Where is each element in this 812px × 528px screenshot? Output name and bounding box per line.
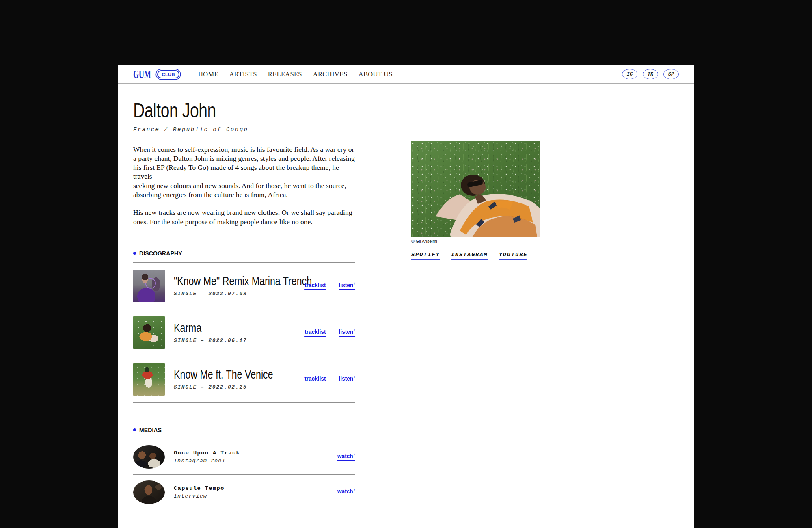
release-title: Know Me ft. The Venice [174,368,273,381]
listen-label: listen [339,328,353,335]
watch-link[interactable]: watch♪ [337,488,355,496]
nav-item-about-us[interactable]: ABOUT US [358,70,393,78]
logo-club-badge: CLUB [157,70,179,78]
music-note-icon: ♪ [354,452,355,457]
artist-social-links: SPOTIFY INSTAGRAM YOUTUBE [411,252,540,260]
watch-link[interactable]: watch♪ [337,452,355,461]
nav-item-archives[interactable]: ARCHIVES [313,70,348,78]
media-thumbnail-once-upon-a-track[interactable] [133,445,165,469]
medias-section: MEDIAS Once Upon A Track Instagram reel … [133,426,355,510]
artist-origin: France / Republic of Congo [133,126,355,133]
photo-credit: © Gil Anselmi [411,239,437,244]
media-title: Once Upon A Track [174,450,240,456]
nav-item-artists[interactable]: ARTISTS [229,70,257,78]
page-container: GUM CLUB HOME ARTISTS RELEASES ARCHIVES … [118,65,694,528]
site-header: GUM CLUB HOME ARTISTS RELEASES ARCHIVES … [118,65,694,84]
media-links: watch♪ [335,452,355,461]
gum-club-logo[interactable]: GUM CLUB [133,69,179,80]
media-info: Once Upon A Track Instagram reel [174,450,240,464]
watch-label: watch [337,452,353,459]
bio-line-a: When it comes to self-expression, music … [133,145,355,181]
discography-header: DISCOGRAPHY [133,250,355,257]
release-meta: SINGLE – 2022.02.25 [174,385,298,390]
release-links: tracklist listen♪ [302,375,355,383]
artist-photo [411,141,540,237]
release-title: "Know Me" Remix Marina Trench [174,275,312,288]
release-links: tracklist listen♪ [302,281,355,290]
medias-header: MEDIAS [133,426,355,434]
music-note-icon: ♪ [354,374,355,379]
release-row-know-me-venice: Know Me ft. The Venice SINGLE – 2022.02.… [133,356,355,403]
release-row-know-me-remix: "Know Me" Remix Marina Trench SINGLE – 2… [133,263,355,309]
bio-line-b: seeking new colours and new sounds. And … [133,182,346,199]
media-row-once-upon-a-track: Once Upon A Track Instagram reel watch♪ [133,439,355,475]
nav-item-home[interactable]: HOME [198,70,218,78]
release-cover-karma[interactable] [133,316,165,349]
release-info: "Know Me" Remix Marina Trench SINGLE – 2… [174,275,302,297]
media-meta: Instagram reel [174,458,240,464]
media-info: Capsule Tempo Interview [174,485,225,499]
spotify-link[interactable]: SPOTIFY [411,252,440,260]
discography-title: DISCOGRAPHY [139,250,182,257]
tracklist-link[interactable]: tracklist [304,328,326,337]
artist-photo-column: © Gil Anselmi SPOTIFY INSTAGRAM YOUTUBE [411,84,540,510]
music-note-icon: ♪ [354,487,355,492]
bullet-icon [133,428,136,431]
music-note-icon: ♪ [354,328,355,332]
discography-section: DISCOGRAPHY "Know Me" Remix Marina Trenc… [133,250,355,403]
release-cover-know-me-venice[interactable] [133,363,165,396]
artist-photo-block: © Gil Anselmi [411,141,540,245]
tiktok-pill-button[interactable]: TK [643,69,658,79]
release-cover-know-me-remix[interactable] [133,270,165,302]
medias-title: MEDIAS [139,426,162,434]
instagram-link[interactable]: INSTAGRAM [451,252,488,260]
nav-item-releases[interactable]: RELEASES [268,70,302,78]
main-content: Dalton John France / Republic of Congo W… [118,84,694,510]
main-nav: HOME ARTISTS RELEASES ARCHIVES ABOUT US [198,70,393,78]
artist-bio-paragraph-1: When it comes to self-expression, music … [133,145,355,199]
spotify-pill-button[interactable]: SP [663,69,679,79]
media-thumbnail-capsule-tempo[interactable] [133,480,165,504]
tracklist-link[interactable]: tracklist [304,281,326,290]
watch-label: watch [337,488,353,495]
bullet-icon [133,252,136,255]
release-links: tracklist listen♪ [302,328,355,337]
music-note-icon: ♪ [354,281,355,286]
listen-label: listen [339,375,353,382]
header-social-buttons: IG TK SP [622,69,679,79]
listen-label: listen [339,281,353,288]
listen-link[interactable]: listen♪ [339,281,355,290]
release-meta: SINGLE – 2022.06.17 [174,338,247,344]
release-title: Karma [174,322,201,335]
artist-bio-paragraph-2: His new tracks are now wearing brand new… [133,208,355,226]
media-links: watch♪ [335,488,355,496]
media-meta: Interview [174,493,225,499]
youtube-link[interactable]: YOUTUBE [499,252,528,260]
tracklist-link[interactable]: tracklist [304,375,326,383]
listen-link[interactable]: listen♪ [339,375,355,383]
page-title: Dalton John [133,100,307,121]
release-meta: SINGLE – 2022.07.08 [174,291,302,297]
media-row-capsule-tempo: Capsule Tempo Interview watch♪ [133,475,355,510]
release-info: Karma SINGLE – 2022.06.17 [174,322,247,344]
media-title: Capsule Tempo [174,485,225,491]
release-row-karma: Karma SINGLE – 2022.06.17 tracklist list… [133,309,355,356]
instagram-pill-button[interactable]: IG [622,69,637,79]
listen-link[interactable]: listen♪ [339,328,355,337]
artist-info-column: Dalton John France / Republic of Congo W… [133,84,355,510]
release-info: Know Me ft. The Venice SINGLE – 2022.02.… [174,368,298,390]
logo-gum-text: GUM [133,69,151,80]
